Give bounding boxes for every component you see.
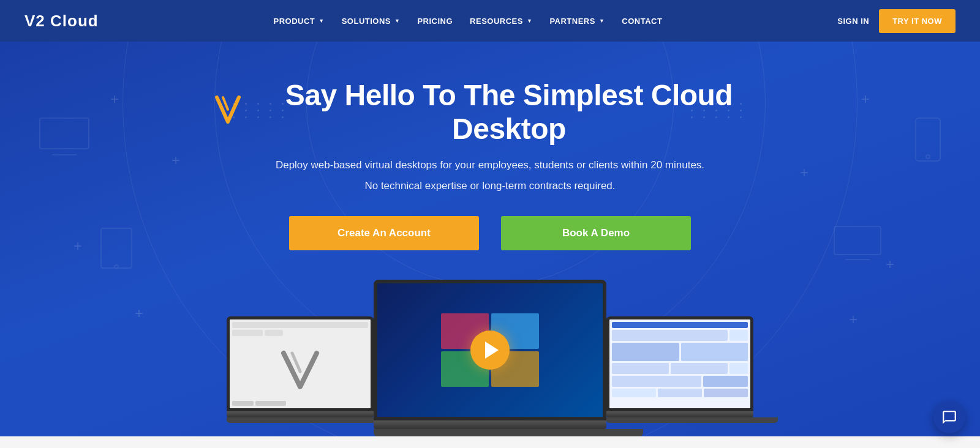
laptop-left-base xyxy=(227,417,398,423)
laptops-mockup-group xyxy=(227,280,753,436)
deco-plus-icon: + xyxy=(861,91,870,108)
hero-subtitle2: No technical expertise or long-term cont… xyxy=(214,177,766,194)
laptop-center-screen-inner xyxy=(377,283,603,417)
nav-link-partners[interactable]: PARTNERS ▼ xyxy=(541,2,613,40)
nav-links: PRODUCT ▼ SOLUTIONS ▼ PRICING RESOURCES … xyxy=(265,2,671,40)
right-screen-row xyxy=(612,363,748,374)
right-screen-row xyxy=(612,376,748,387)
laptop-left-bottom xyxy=(227,411,374,417)
chevron-down-icon: ▼ xyxy=(527,18,532,24)
hero-subtitle1: Deploy web-based virtual desktops for yo… xyxy=(214,157,766,173)
nav-item-solutions[interactable]: SOLUTIONS ▼ xyxy=(333,2,409,40)
navbar-right: SIGN IN TRY IT NOW xyxy=(837,9,956,33)
laptop-right-screen-inner xyxy=(609,319,750,408)
screen-logo-area xyxy=(232,338,368,400)
right-screen-row xyxy=(612,330,748,341)
deco-plus-icon: + xyxy=(800,164,809,181)
laptop-center-bottom xyxy=(374,420,606,429)
laptop-left-screen xyxy=(227,316,374,411)
chat-support-button[interactable] xyxy=(933,401,965,433)
hero-content: Say Hello To The Simplest Cloud Desktop … xyxy=(214,78,766,280)
chevron-down-icon: ▼ xyxy=(394,18,400,24)
nav-item-pricing[interactable]: PRICING xyxy=(409,2,461,40)
nav-link-pricing[interactable]: PRICING xyxy=(409,2,461,40)
chevron-down-icon: ▼ xyxy=(599,18,605,24)
laptop-center-base xyxy=(374,429,643,436)
deco-device-icon xyxy=(98,225,135,277)
laptop-right-screen xyxy=(606,316,753,411)
deco-plus-icon: + xyxy=(110,91,119,108)
laptop-left xyxy=(227,316,374,423)
bottom-section: The #1 Virtual Desktop Solution For Busi… xyxy=(0,436,980,448)
hero-title-row: Say Hello To The Simplest Cloud Desktop xyxy=(214,78,766,146)
chevron-down-icon: ▼ xyxy=(318,18,324,24)
laptop-center-screen xyxy=(374,280,606,420)
right-block-tall xyxy=(681,343,748,361)
deco-device-icon xyxy=(913,115,943,166)
screen-top-bar xyxy=(232,322,368,328)
deco-device-icon xyxy=(37,115,92,160)
nav-link-resources[interactable]: RESOURCES ▼ xyxy=(461,2,541,40)
sign-in-link[interactable]: SIGN IN xyxy=(837,17,869,26)
laptop-right-base xyxy=(606,417,778,423)
deco-plus-icon: + xyxy=(849,311,858,328)
laptop-center xyxy=(374,280,606,436)
svg-rect-5 xyxy=(101,228,132,268)
book-demo-button[interactable]: Book A Demo xyxy=(501,216,691,250)
create-account-button[interactable]: Create An Account xyxy=(289,216,479,250)
brand-logo[interactable]: V2 Cloud xyxy=(24,12,99,31)
right-block xyxy=(612,330,728,341)
laptop-left-screen-inner xyxy=(230,319,371,408)
nav-item-contact[interactable]: CONTACT xyxy=(613,2,671,40)
chat-icon xyxy=(941,409,957,425)
nav-item-resources[interactable]: RESOURCES ▼ xyxy=(461,2,541,40)
right-block xyxy=(671,363,728,374)
hero-buttons: Create An Account Book A Demo xyxy=(214,216,766,250)
right-block-small xyxy=(729,363,748,374)
svg-rect-0 xyxy=(40,118,89,149)
deco-plus-icon: + xyxy=(135,305,143,322)
svg-rect-7 xyxy=(834,226,881,255)
nav-link-solutions[interactable]: SOLUTIONS ▼ xyxy=(333,2,409,40)
nav-link-contact[interactable]: CONTACT xyxy=(613,2,671,40)
hero-section: + + + + + + + + xyxy=(0,42,980,436)
right-screen-row xyxy=(612,389,748,397)
navbar: V2 Cloud PRODUCT ▼ SOLUTIONS ▼ PRICING R… xyxy=(0,0,980,42)
hero-title: Say Hello To The Simplest Cloud Desktop xyxy=(252,78,766,146)
right-screen-row xyxy=(612,343,748,361)
svg-point-6 xyxy=(115,265,118,269)
nav-item-product[interactable]: PRODUCT ▼ xyxy=(265,2,333,40)
laptop-right xyxy=(606,316,753,423)
svg-rect-3 xyxy=(916,118,940,161)
laptop-right-bottom xyxy=(606,411,753,417)
deco-plus-icon: + xyxy=(172,152,180,169)
deco-device-icon xyxy=(833,225,882,264)
right-block-small xyxy=(729,330,748,341)
deco-plus-icon: + xyxy=(74,237,82,255)
nav-item-partners[interactable]: PARTNERS ▼ xyxy=(541,2,613,40)
try-it-now-button[interactable]: TRY IT NOW xyxy=(879,9,956,33)
svg-point-4 xyxy=(926,155,930,159)
v2cloud-hero-icon xyxy=(214,92,243,132)
deco-plus-icon: + xyxy=(886,256,894,273)
play-button[interactable] xyxy=(470,330,510,370)
nav-link-product[interactable]: PRODUCT ▼ xyxy=(265,2,333,40)
right-block-tall xyxy=(612,343,679,361)
right-block xyxy=(612,363,669,374)
